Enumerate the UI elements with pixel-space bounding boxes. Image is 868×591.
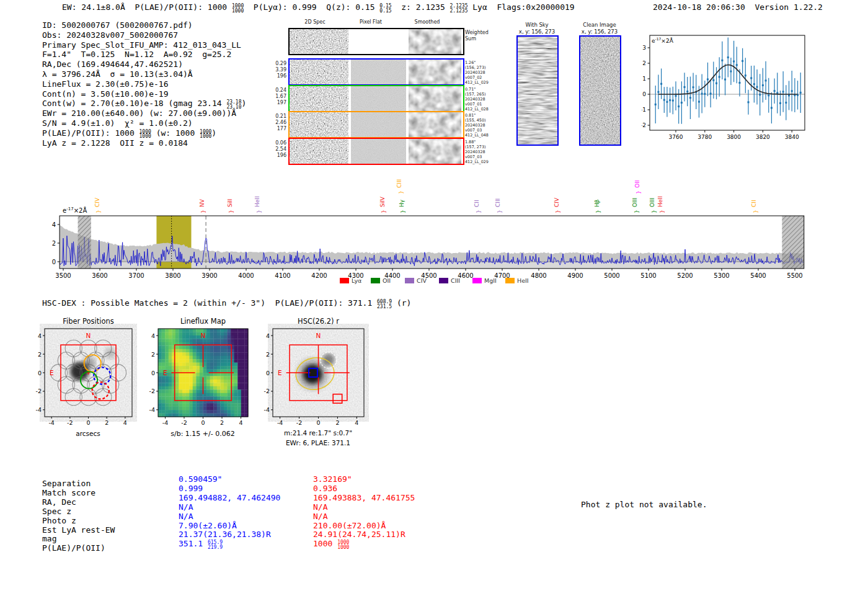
svg-text:2: 2 [105, 419, 108, 426]
y-unit-label: e-17×2Å [63, 207, 87, 214]
info-text: λ = 3796.24Å σ = 10.13(±3.04)Å [42, 69, 193, 79]
y-axis: -4-2024 [149, 332, 158, 414]
match-row-value: 210.00(±72.00)Å [313, 522, 415, 531]
line-label: OII [634, 180, 640, 188]
hsc-dex-text: (r) [392, 298, 411, 308]
spec2d-row [288, 111, 464, 138]
spec2d-row-meta: 0.71"(157, 265)20240328v007_01412_LL_028 [465, 87, 503, 112]
header-spacer [745, 2, 755, 12]
match-row-label: Est LyA rest-EW [42, 526, 115, 535]
svg-text:4: 4 [123, 419, 127, 426]
spec2d-image [351, 139, 406, 164]
fraction-bottom: 0.15 [379, 9, 391, 14]
x-axis: 37603780380038203840 [669, 130, 799, 140]
line-label-brace: { [398, 190, 404, 194]
spec2d-image [409, 86, 461, 111]
line-label: OIII [649, 198, 655, 207]
line-label: CIII [495, 198, 501, 207]
legend-swatch [472, 278, 482, 283]
header-summary: EW: 24.1±8.0Å P(LAE)/P(OII): 1000 100010… [62, 2, 575, 12]
spec2d-col-header-3: Smoothed [399, 19, 455, 25]
hsc-dex-fraction: 608.9231.5 [377, 300, 392, 309]
match-row-label: Separation [42, 479, 115, 489]
info-line: ID: 5002000767 (5002000767.pdf) [42, 20, 246, 30]
line-label: CIII [396, 179, 402, 188]
with-sky-title: With Skyx, y: 156, 273 [508, 22, 565, 35]
match-row-label: RA, Dec [42, 498, 115, 507]
line-label-brace: { [256, 210, 262, 213]
svg-text:4: 4 [38, 332, 42, 339]
line-label-brace: { [400, 210, 406, 213]
legend-label: OII [383, 277, 391, 284]
legend-label: CIV [417, 277, 427, 284]
svg-text:-2: -2 [296, 419, 302, 426]
y-axis: -4-2024 [264, 332, 273, 414]
match-row-value: 169.494882, 47.462490 [179, 494, 280, 503]
plot-title: Fiber Positions [63, 317, 114, 326]
info-line: λ = 3796.24Å σ = 10.13(±3.04)Å [42, 69, 246, 79]
spec2d-image [409, 112, 461, 137]
legend-swatch [505, 278, 515, 283]
header-fraction: 0.150.15 [379, 4, 391, 13]
match-row-value: 21.37(21.36,21.38)R [179, 530, 280, 540]
plot-title: HSC(26.2) r [298, 317, 339, 326]
svg-text:4: 4 [355, 419, 358, 426]
spec2d-row [288, 28, 464, 55]
match-value-text: N/A [313, 512, 327, 521]
match-table-col2: 3.32169"0.936169.493883, 47.461755N/AN/A… [313, 475, 415, 549]
spec2d-image [290, 60, 348, 84]
legend-label: Lyα [352, 277, 361, 284]
line-label: CII [474, 200, 480, 207]
spec2d-row-stats: 0.241.67197 [265, 87, 286, 106]
legend-swatch [340, 278, 349, 283]
info-text: F=1.4" T=0.125 N=1.12 A=0.92 g=25.2 [42, 50, 231, 59]
match-value-fraction: 615.9219.9 [208, 540, 223, 549]
match-table-labels: SeparationMatch scoreRA, DecSpec zPhoto … [42, 479, 115, 553]
x-axis: -4-2024 [162, 417, 243, 426]
info-line: P(LAE)/P(OII): 1000 10001000 (w: 1000 10… [42, 128, 246, 138]
svg-text:0: 0 [316, 419, 320, 426]
spec2d-image [351, 86, 406, 111]
header-fraction: 10001000 [232, 4, 244, 13]
lineflux-map-plot: -4-2024-4-2024Lineflux MapNEs/b: 1.15 +/… [133, 313, 257, 453]
svg-text:5000: 5000 [604, 272, 619, 279]
svg-text:5300: 5300 [714, 272, 729, 279]
spec2d-row-stats: 0.212.46177 [265, 113, 286, 132]
header-fraction: 2.12352.1235 [450, 4, 468, 13]
svg-text:2: 2 [335, 419, 339, 426]
svg-text:3: 3 [642, 45, 646, 51]
header-datetime-version: 2024-10-18 20:06:30 Version 1.22.2 [653, 2, 823, 12]
match-row-value: 7.90(±2.60)Å [179, 522, 280, 531]
x-axis: -4-2024 [277, 417, 359, 426]
match-row-value: N/A [179, 503, 280, 512]
svg-text:-4: -4 [48, 419, 54, 426]
x-axis-label: arcsecs [76, 430, 100, 437]
svg-text:4100: 4100 [275, 272, 290, 279]
match-row-label: Photo z [42, 517, 115, 526]
line-label-brace: { [753, 210, 759, 213]
spec2d-row [288, 138, 464, 165]
info-text: S/N = 4.9(±1.0) χ² = 1.0(±0.2) [42, 118, 193, 128]
masked-band-hatch [782, 216, 804, 269]
match-row-value: N/A [179, 512, 280, 522]
full-spectrum-plot: 3500360037003800390040004100420043004400… [0, 164, 868, 291]
compass-north: N [316, 332, 321, 339]
svg-text:3900: 3900 [202, 272, 217, 279]
spec2d-image [290, 86, 348, 111]
match-row-value: 0.936 [313, 484, 415, 494]
masked-band-hatch [78, 216, 91, 269]
with-sky-subtitle: x, y: 156, 273 [519, 29, 555, 35]
spec2d-image [290, 112, 348, 137]
svg-text:4: 4 [266, 332, 270, 339]
svg-text:0: 0 [201, 419, 205, 426]
plot-bg [650, 35, 805, 130]
svg-text:5200: 5200 [677, 272, 693, 279]
info-block: ID: 5002000767 (5002000767.pdf)Obs: 2024… [42, 20, 246, 148]
spec2d-image [290, 29, 348, 54]
svg-text:5400: 5400 [750, 272, 766, 279]
svg-text:3840: 3840 [785, 134, 799, 140]
pixel-flat-blank [351, 29, 406, 54]
fiber-positions-plot: -4-2024-4-2024Fiber PositionsNEarcsecs [19, 313, 146, 453]
hsc-dex-summary: HSC-DEX : Possible Matches = 2 (within +… [42, 298, 411, 308]
svg-text:-2: -2 [642, 122, 646, 128]
